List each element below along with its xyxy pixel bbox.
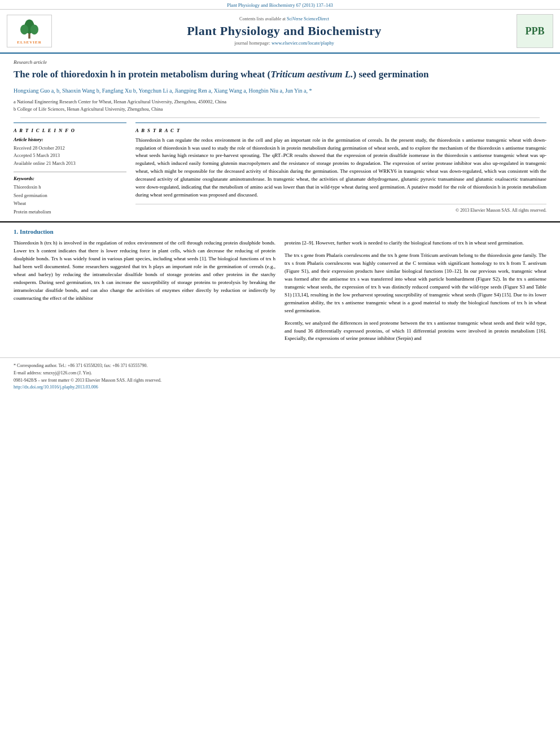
abstract-heading: A B S T R A C T	[135, 128, 546, 133]
homepage-url[interactable]: www.elsevier.com/locate/plaphy	[272, 40, 334, 46]
ppb-logo: PPB	[517, 14, 553, 48]
article-info-abstract-columns: A R T I C L E I N F O Article history: R…	[14, 123, 546, 216]
page-footer: * Corresponding author. Tel.: +86 371 63…	[0, 357, 560, 391]
corresponding-author-note: * Corresponding author. Tel.: +86 371 63…	[14, 362, 546, 370]
keyword-3: Wheat	[14, 199, 126, 207]
accepted-date: Accepted 5 March 2013	[14, 152, 126, 160]
intro-right-para3: Recently, we analyzed the differences in…	[285, 320, 546, 343]
authors-line: Hongxiang Guo a, b, Shaoxin Wang b, Fang…	[14, 86, 546, 95]
article-type-label: Research article	[14, 59, 546, 65]
keyword-2: Seed germination	[14, 191, 126, 199]
available-date: Available online 21 March 2013	[14, 160, 126, 168]
keywords-label: Keywords:	[14, 176, 126, 181]
body-right-column: proteins [2–9]. However, further work is…	[285, 239, 546, 347]
introduction-heading: 1. Introduction	[14, 228, 546, 235]
journal-header-center: Contents lists available at SciVerse Sci…	[52, 16, 517, 46]
received-date: Received 28 October 2012	[14, 145, 126, 152]
sciverse-prefix: Contents lists available at	[239, 16, 287, 21]
sciverse-line: Contents lists available at SciVerse Sci…	[58, 16, 511, 21]
keyword-1: Thioredoxin h	[14, 183, 126, 191]
sciverse-link[interactable]: SciVerse ScienceDirect	[287, 16, 329, 21]
journal-homepage: journal homepage: www.elsevier.com/locat…	[58, 40, 511, 46]
divider-thin	[20, 117, 540, 118]
history-label: Article history:	[14, 137, 126, 142]
intro-left-para1: Thioredoxin h (trx h) is involved in the…	[14, 239, 275, 303]
journal-header: ELSEVIER Contents lists available at Sci…	[0, 10, 560, 54]
article-title-plain: The role of thioredoxin h in protein met…	[14, 69, 270, 80]
article-dates: Received 28 October 2012 Accepted 5 Marc…	[14, 145, 126, 168]
article-title-end: ) seed germination	[353, 69, 428, 80]
elsevier-brand-text: ELSEVIER	[10, 40, 49, 45]
citation-text: Plant Physiology and Biochemistry 67 (20…	[227, 2, 333, 8]
affiliations: a National Engineering Research Center f…	[14, 98, 546, 113]
footer-issn: 0981-9428/$ – see front matter © 2013 El…	[14, 377, 546, 385]
elsevier-logo: ELSEVIER	[7, 15, 52, 47]
abstract-text: Thioredoxin h can regulate the redox env…	[135, 137, 546, 200]
footer-doi[interactable]: http://dx.doi.org/10.1016/j.plaphy.2013.…	[14, 385, 546, 390]
abstract-column: A B S T R A C T Thioredoxin h can regula…	[135, 123, 546, 216]
svg-point-3	[30, 24, 38, 34]
article-title-italic: Triticum aestivum L.	[270, 69, 353, 80]
journal-title: Plant Physiology and Biochemistry	[58, 24, 511, 38]
copyright-line: © 2013 Elsevier Masson SAS. All rights r…	[135, 204, 546, 213]
elsevier-tree-icon	[12, 18, 46, 40]
article-title: The role of thioredoxin h in protein met…	[14, 68, 546, 81]
intro-right-para1: proteins [2–9]. However, further work is…	[285, 239, 546, 247]
svg-point-2	[20, 24, 28, 34]
introduction-section: 1. Introduction Thioredoxin h (trx h) is…	[0, 221, 560, 353]
ppb-label: PPB	[526, 25, 545, 37]
left-col-divider	[14, 172, 126, 172]
email-note: E-mail address: xmzxyj@126.com (J. Yin).	[14, 370, 546, 377]
article-info-heading: A R T I C L E I N F O	[14, 128, 126, 133]
footer-note: * Corresponding author. Tel.: +86 371 63…	[14, 362, 546, 377]
authors-text: Hongxiang Guo a, b, Shaoxin Wang b, Fang…	[14, 88, 312, 94]
article-section: Research article The role of thioredoxin…	[0, 54, 560, 221]
article-info-column: A R T I C L E I N F O Article history: R…	[14, 123, 126, 216]
intro-right-para2: The trx s gene from Phalaris coerulescen…	[285, 252, 546, 315]
body-columns: Thioredoxin h (trx h) is involved in the…	[14, 239, 546, 347]
keyword-4: Protein metabolism	[14, 208, 126, 216]
homepage-label: journal homepage:	[234, 40, 272, 46]
body-left-column: Thioredoxin h (trx h) is involved in the…	[14, 239, 275, 347]
affiliation-b: b College of Life Sciences, Henan Agricu…	[14, 106, 546, 113]
affiliation-a: a National Engineering Research Center f…	[14, 98, 546, 106]
top-citation-bar: Plant Physiology and Biochemistry 67 (20…	[0, 0, 560, 10]
keywords-list: Thioredoxin h Seed germination Wheat Pro…	[14, 183, 126, 216]
